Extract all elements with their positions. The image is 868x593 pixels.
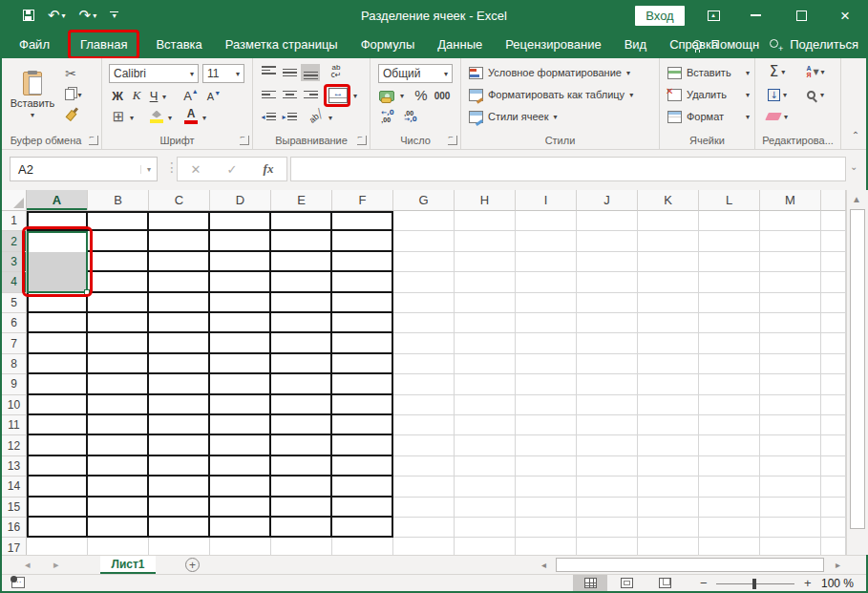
cell[interactable] xyxy=(149,395,210,415)
cell[interactable] xyxy=(821,538,846,555)
cell[interactable] xyxy=(271,211,332,231)
insert-function-button[interactable]: fx xyxy=(264,161,274,177)
cell[interactable] xyxy=(455,293,516,313)
cell[interactable] xyxy=(455,211,516,231)
cell[interactable] xyxy=(393,231,455,251)
cell[interactable] xyxy=(332,498,393,518)
row-header[interactable]: 10 xyxy=(2,395,27,415)
cell[interactable] xyxy=(760,354,821,374)
cell[interactable] xyxy=(210,293,271,313)
collapse-ribbon-button[interactable]: ⌃ xyxy=(848,127,863,142)
cell[interactable] xyxy=(393,252,455,272)
cell[interactable] xyxy=(88,538,149,555)
cell[interactable] xyxy=(760,456,821,477)
vertical-scroll-thumb[interactable] xyxy=(850,209,865,529)
cell[interactable] xyxy=(88,456,149,477)
cell[interactable] xyxy=(88,313,149,333)
cell[interactable] xyxy=(27,395,88,415)
cell[interactable] xyxy=(821,293,846,313)
row-header[interactable]: 12 xyxy=(2,435,27,455)
cell[interactable] xyxy=(577,252,638,272)
column-header[interactable]: K xyxy=(638,190,699,211)
cell[interactable] xyxy=(271,354,332,374)
cell[interactable] xyxy=(88,518,149,538)
cell[interactable] xyxy=(88,231,149,251)
cell[interactable] xyxy=(577,456,638,477)
cell[interactable] xyxy=(760,374,821,394)
format-painter-button[interactable] xyxy=(61,108,80,123)
cell[interactable] xyxy=(88,272,149,292)
cell[interactable] xyxy=(149,333,210,353)
cell[interactable] xyxy=(271,435,332,455)
cell[interactable] xyxy=(27,477,88,497)
name-box[interactable]: A2▾ xyxy=(10,157,158,181)
cell[interactable] xyxy=(149,435,210,455)
cell[interactable] xyxy=(332,333,393,353)
cell[interactable] xyxy=(699,415,760,435)
underline-dropdown-icon[interactable]: ▾ xyxy=(159,91,169,102)
cell[interactable] xyxy=(88,252,149,272)
cell[interactable] xyxy=(271,395,332,415)
cell[interactable] xyxy=(699,395,760,415)
cell[interactable] xyxy=(516,477,577,497)
cell[interactable] xyxy=(149,354,210,374)
enter-icon[interactable]: ✓ xyxy=(227,162,238,177)
borders-button[interactable]: ⊞ xyxy=(110,108,127,125)
view-page-break-button[interactable] xyxy=(647,575,682,591)
cell[interactable] xyxy=(393,477,455,497)
cell[interactable] xyxy=(699,435,760,455)
cell[interactable] xyxy=(699,498,760,518)
cell[interactable] xyxy=(821,313,846,333)
tab-page-layout[interactable]: Разметка страницы xyxy=(214,31,349,58)
cell[interactable] xyxy=(393,293,455,313)
cell[interactable] xyxy=(455,477,516,497)
sheet-nav-left-icon[interactable]: ◂ xyxy=(25,559,31,571)
column-header[interactable]: E xyxy=(271,190,332,211)
cell[interactable] xyxy=(393,374,455,394)
cell[interactable] xyxy=(699,293,760,313)
cell[interactable] xyxy=(577,538,638,555)
cell[interactable] xyxy=(149,231,210,251)
delete-cells-button[interactable]: ✕ Удалить▾ xyxy=(667,86,750,103)
add-sheet-button[interactable]: + xyxy=(185,558,200,572)
cell[interactable] xyxy=(88,293,149,313)
orientation-dropdown-icon[interactable]: ▾ xyxy=(326,112,335,123)
clear-button[interactable]: ▾ xyxy=(763,108,792,125)
copy-button[interactable]: ▾ xyxy=(59,87,88,102)
scroll-up-icon[interactable]: ▲ xyxy=(852,194,861,204)
cell[interactable] xyxy=(516,231,577,251)
cell[interactable] xyxy=(577,231,638,251)
cell[interactable] xyxy=(516,272,577,292)
row-header[interactable]: 15 xyxy=(2,498,27,518)
column-header-partial[interactable] xyxy=(821,190,846,211)
cell[interactable] xyxy=(210,498,271,518)
cell[interactable] xyxy=(760,498,821,518)
formula-input[interactable] xyxy=(290,157,846,181)
cell[interactable] xyxy=(88,354,149,374)
cell[interactable] xyxy=(516,211,577,231)
cell[interactable] xyxy=(271,498,332,518)
cell[interactable] xyxy=(821,435,846,455)
tab-formulas[interactable]: Формулы xyxy=(349,31,427,58)
undo-dropdown-icon[interactable]: ▾ xyxy=(62,11,66,20)
cell[interactable] xyxy=(149,456,210,477)
macro-record-icon[interactable] xyxy=(11,577,25,588)
cell[interactable] xyxy=(821,354,846,374)
cell[interactable] xyxy=(149,313,210,333)
cell[interactable] xyxy=(332,456,393,477)
cell[interactable] xyxy=(455,374,516,394)
cell[interactable] xyxy=(821,231,846,251)
format-cells-button[interactable]: Формат▾ xyxy=(667,108,750,125)
align-top-button[interactable] xyxy=(259,64,278,81)
horizontal-scrollbar[interactable]: ◂ ▸ xyxy=(540,558,842,573)
cell[interactable] xyxy=(332,354,393,374)
cell[interactable] xyxy=(577,333,638,353)
cell[interactable] xyxy=(516,518,577,538)
cell[interactable] xyxy=(638,395,699,415)
ribbon-display-options-button[interactable]: ▴ xyxy=(697,0,730,31)
horizontal-scroll-thumb[interactable] xyxy=(556,558,824,572)
cell[interactable] xyxy=(516,354,577,374)
cell[interactable] xyxy=(455,456,516,477)
tab-view[interactable]: Вид xyxy=(613,31,659,58)
cell[interactable] xyxy=(638,231,699,251)
